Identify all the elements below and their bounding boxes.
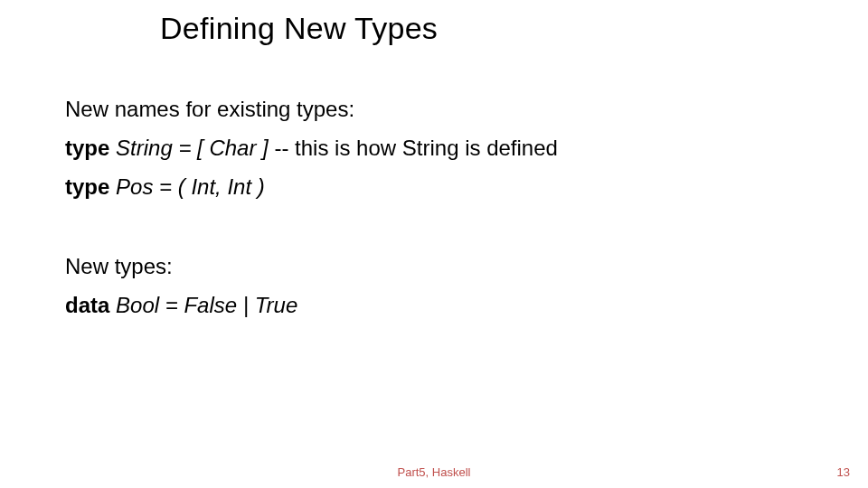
code-type-pos: Pos = ( Int, Int ): [109, 174, 264, 199]
keyword-data: data: [65, 293, 109, 317]
code-line-type-string: type String = [ Char ] -- this is how St…: [65, 133, 807, 164]
keyword-type: type: [65, 174, 109, 199]
section-heading-2: New types:: [65, 251, 807, 283]
code-type-string: String = [ Char ]: [109, 136, 268, 160]
keyword-type: type: [65, 136, 109, 160]
comment-string: -- this is how String is defined: [269, 136, 558, 160]
slide-title: Defining New Types: [160, 11, 438, 46]
spacer: [65, 210, 807, 251]
code-line-type-pos: type Pos = ( Int, Int ): [65, 172, 807, 203]
slide: Defining New Types New names for existin…: [0, 0, 868, 488]
slide-body: New names for existing types: type Strin…: [65, 94, 807, 329]
section-heading-1: New names for existing types:: [65, 94, 807, 126]
slide-number: 13: [837, 465, 850, 479]
code-line-data-bool: data Bool = False | True: [65, 290, 807, 322]
footer-center: Part5, Haskell: [0, 465, 868, 479]
code-data-bool: Bool = False | True: [109, 293, 297, 317]
